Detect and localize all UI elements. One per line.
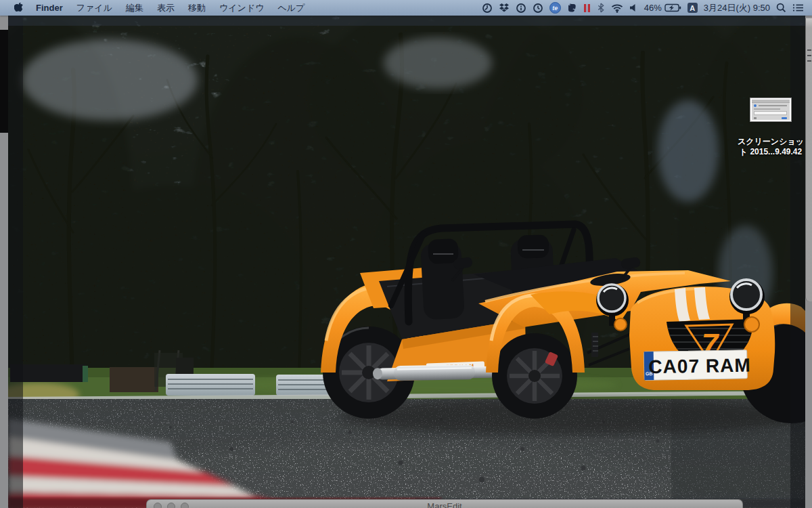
window-title: MarsEdit [147, 501, 742, 508]
marsedit-window[interactable]: MarsEdit [146, 499, 743, 508]
svg-text:CA07 RAM: CA07 RAM [648, 355, 751, 378]
menu-bar-left: Finder ファイル 編集 表示 移動 ウインドウ ヘルプ [0, 2, 311, 14]
menu-bar-status: te 46% A 3月24日(火) 9:50 [482, 2, 812, 14]
battery-percent: 46% [644, 3, 662, 13]
desktop-screen: Finder ファイル 編集 表示 移動 ウインドウ ヘルプ te [0, 0, 812, 508]
menu-help[interactable]: ヘルプ [271, 2, 311, 14]
bluetooth-icon[interactable] [597, 3, 605, 13]
screenshot-thumbnail-content [752, 100, 790, 120]
apple-icon [14, 3, 23, 13]
license-plate: GB CA07 RAM [644, 350, 751, 381]
photo-edge-right [790, 16, 805, 508]
battery-status[interactable]: 46% [644, 3, 681, 13]
wifi-icon[interactable] [611, 3, 623, 13]
volume-icon[interactable] [629, 3, 638, 12]
alarm-clock-icon[interactable] [533, 3, 543, 14]
menu-view[interactable]: 表示 [150, 2, 181, 14]
menu-go[interactable]: 移動 [181, 2, 212, 14]
notification-center-icon[interactable] [792, 3, 804, 12]
window-content-mark [807, 60, 811, 62]
menu-bar: Finder ファイル 編集 表示 移動 ウインドウ ヘルプ te [0, 0, 812, 16]
menu-bar-clock[interactable]: 3月24日(火) 9:50 [704, 2, 770, 14]
front-wheel [492, 333, 577, 419]
pause-icon[interactable] [583, 3, 591, 13]
textexpander-icon[interactable]: te [549, 2, 561, 14]
dropbox-icon[interactable] [499, 3, 510, 13]
desktop-wallpaper: CATERHAM [8, 16, 805, 508]
offscreen-window-left[interactable] [0, 30, 8, 133]
spotlight-icon[interactable] [776, 3, 786, 13]
menu-window[interactable]: ウインドウ [212, 2, 271, 14]
menu-app-name[interactable]: Finder [29, 3, 70, 13]
guardrail [166, 374, 341, 396]
window-content-mark [807, 55, 811, 56]
info-circle-icon[interactable] [516, 3, 526, 14]
photo-edge-top [8, 16, 805, 26]
timer-clock-icon[interactable] [482, 3, 493, 14]
offscreen-window-right[interactable] [805, 18, 812, 301]
input-source-icon[interactable]: A [687, 3, 698, 13]
evernote-icon[interactable] [567, 3, 577, 13]
battery-charging-icon [664, 3, 681, 12]
menu-file[interactable]: ファイル [70, 2, 119, 14]
desktop-icon-screenshot[interactable]: スクリーンショッ ト 2015...9.49.42 [735, 98, 807, 157]
window-content-mark [807, 49, 811, 51]
menu-edit[interactable]: 編集 [119, 2, 150, 14]
desktop-icon-label[interactable]: スクリーンショッ ト 2015...9.49.42 [735, 137, 807, 157]
apple-menu[interactable] [8, 3, 29, 13]
photo-edge-left [8, 16, 23, 508]
screenshot-thumbnail[interactable] [750, 98, 791, 121]
